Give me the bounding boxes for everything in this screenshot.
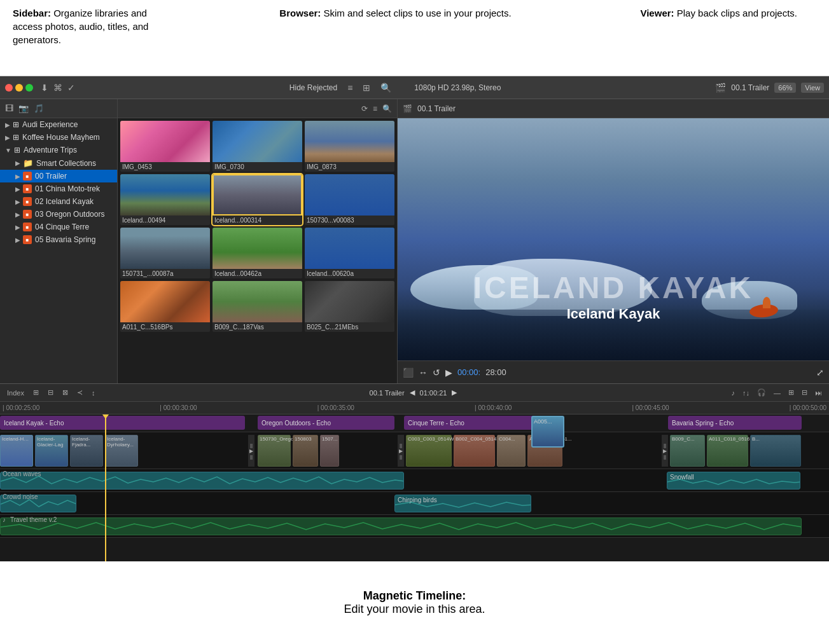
vc6-label: 150803: [293, 435, 317, 442]
check-icon[interactable]: ✓: [67, 83, 75, 93]
floating-clip[interactable]: A005...: [531, 416, 564, 448]
video-clip-4[interactable]: Iceland-Dyrholaey...: [105, 435, 138, 467]
go-end-btn[interactable]: ⏭: [813, 389, 824, 397]
ruler-mark-2: | 00:00:30:00: [160, 404, 197, 411]
clip-b025c[interactable]: B025_C...21MEbs: [305, 281, 394, 332]
travel-theme-label: Travel theme v.2: [10, 516, 57, 523]
clip-iceland-kayak-echo[interactable]: Iceland Kayak - Echo: [0, 416, 245, 430]
sidebar-item-oregon[interactable]: ▶ ■ 03 Oregon Outdoors: [0, 208, 117, 221]
sidebar-item-audi[interactable]: ▶ ⊞ Audi Experience: [0, 118, 117, 131]
clip-bavaria-echo[interactable]: Bavaria Spring - Echo: [668, 416, 802, 430]
fit-btn[interactable]: ⊟: [800, 388, 809, 397]
video-clip-14[interactable]: B...: [750, 435, 801, 467]
video-clip-3[interactable]: Iceland-Fjadra...: [70, 435, 103, 467]
video-clip-13[interactable]: A011_C018_0516...: [707, 435, 748, 467]
clip-87a[interactable]: 150731_...00087a: [120, 228, 210, 278]
libraries-icon[interactable]: 🎞: [5, 104, 13, 113]
clip-iceland620a[interactable]: Iceland...00620a: [305, 228, 394, 278]
sidebar-annotation-label: Sidebar:: [13, 8, 51, 18]
mark-in-btn[interactable]: ⬛: [403, 367, 414, 378]
clip-150730[interactable]: 150730...v00083: [305, 174, 394, 225]
maximize-button[interactable]: [25, 84, 33, 92]
clip-iceland494[interactable]: Iceland...00494: [120, 174, 210, 225]
clip-oregon-echo[interactable]: Oregon Outdoors - Echo: [258, 416, 394, 430]
sidebar-item-bavaria[interactable]: ▶ ■ 05 Bavaria Spring: [0, 233, 117, 246]
zoom-dropdown[interactable]: 66%: [774, 83, 796, 93]
filter-toggle[interactable]: ⟳: [361, 104, 368, 113]
clip-height-btn[interactable]: ⊟: [46, 388, 55, 397]
sidebar-item-iceland[interactable]: ▶ ■ 02 Iceland Kayak: [0, 195, 117, 208]
clip-img0453[interactable]: IMG_0453: [120, 121, 210, 172]
grid-view-icon[interactable]: ⊞: [363, 83, 370, 93]
library-icon-audi: ⊞: [13, 120, 19, 129]
timeline-annotation-desc: Edit your movie in this area.: [344, 603, 485, 615]
view-button[interactable]: View: [801, 83, 824, 93]
clip-a011c[interactable]: A011_C...516BPs: [120, 281, 210, 332]
key-icon[interactable]: ⌘: [53, 83, 62, 93]
video-clip-2[interactable]: Iceland-Glacier-Lag: [35, 435, 68, 467]
clip-chirping-birds[interactable]: Chirping birds: [394, 495, 531, 512]
import-icon[interactable]: ⬇: [41, 83, 48, 93]
clip-img0730[interactable]: IMG_0730: [212, 121, 302, 172]
search-icon[interactable]: 🔍: [380, 83, 391, 93]
vc13-label: A011_C018_0516...: [707, 435, 748, 442]
solo-btn[interactable]: ↑↓: [741, 389, 751, 397]
sidebar-item-00-trailer[interactable]: ▶ ■ 00 Trailer: [0, 170, 117, 182]
photos-icon[interactable]: 📷: [18, 104, 29, 113]
clip-img0873[interactable]: IMG_0873: [305, 121, 394, 172]
project-icon-oregon: ■: [23, 210, 32, 219]
video-clip-7[interactable]: 1507...: [320, 435, 339, 467]
hide-rejected-btn[interactable]: Hide Rejected: [289, 83, 337, 92]
minimize-button[interactable]: [15, 84, 23, 92]
layout-btn[interactable]: ≡: [373, 104, 377, 113]
timeline-content-area: | 00:00:25:00 | 00:00:30:00 | 00:00:35:0…: [0, 402, 829, 561]
fullscreen-btn[interactable]: ⤢: [816, 367, 824, 378]
project-icon-cinque: ■: [23, 223, 32, 231]
position-btn[interactable]: ↕: [90, 389, 97, 397]
video-clip-8[interactable]: C003_C003_0514WZacs: [406, 435, 452, 467]
timeline-toolbar: Index ⊞ ⊟ ⊠ ≺ ↕ 00.1 Trailer ◀ 01:00:21 …: [0, 384, 829, 402]
collapse-arrow-cinque: ▶: [15, 224, 20, 231]
track-separator-3: || ▶ ||: [662, 435, 668, 467]
sidebar-item-adventure[interactable]: ▼ ⊞ Adventure Trips: [0, 144, 117, 156]
audio-btn[interactable]: ↺: [433, 367, 440, 378]
clip-label-iceland494: Iceland...00494: [120, 216, 210, 225]
index-btn[interactable]: Index: [5, 389, 26, 397]
headphones-btn[interactable]: 🎧: [755, 388, 768, 397]
sidebar-item-koffee[interactable]: ▶ ⊞ Koffee House Mayhem: [0, 131, 117, 144]
clip-ocean-waves[interactable]: [0, 472, 404, 490]
video-clip-9[interactable]: B002_C004_0514T...: [454, 435, 495, 467]
clip-iceland462a[interactable]: Iceland...00462a: [212, 228, 302, 278]
video-clip-6[interactable]: 150803: [293, 435, 318, 467]
sidebar-item-cinque[interactable]: ▶ ■ 04 Cinque Terre: [0, 221, 117, 233]
clip-snowfall[interactable]: Snowfall: [667, 472, 800, 490]
skimmer-timeline-btn[interactable]: ≺: [75, 388, 85, 397]
clip-iceland314[interactable]: Iceland...000314: [212, 174, 302, 225]
clip-b009c[interactable]: B009_C...187Vas: [212, 281, 302, 332]
list-view-icon[interactable]: ≡: [347, 83, 352, 93]
clip-connections-btn[interactable]: ⊞: [786, 388, 796, 397]
video-clip-10[interactable]: C004...: [497, 435, 526, 467]
sidebar-item-china[interactable]: ▶ ■ 01 China Moto-trek: [0, 182, 117, 195]
sidebar-item-smart-collections[interactable]: ▶ 📁 Smart Collections: [0, 156, 117, 170]
clip-label-iceland620a: Iceland...00620a: [305, 269, 394, 278]
clip-travel-theme[interactable]: [0, 517, 802, 535]
video-clip-5[interactable]: 150730_Oregon_Sur...: [258, 435, 291, 467]
traffic-lights: [5, 84, 33, 92]
media-icon[interactable]: 🎵: [34, 104, 44, 113]
vc5-label: 150730_Oregon_Sur...: [258, 435, 290, 442]
zoom-timeline-btn[interactable]: ⊠: [60, 388, 70, 397]
search-btn[interactable]: 🔍: [382, 104, 392, 113]
clip-cinque-echo[interactable]: Cinque Terre - Echo: [404, 416, 541, 430]
audio-waveform-btn[interactable]: ♪: [730, 389, 737, 397]
play-btn[interactable]: ▶: [445, 367, 452, 378]
skimmer-btn[interactable]: ↔: [419, 367, 428, 378]
video-clip-12[interactable]: B009_C...: [670, 435, 705, 467]
close-button[interactable]: [5, 84, 13, 92]
vc3-label: Iceland-Fjadra...: [71, 435, 102, 448]
video-clip-1[interactable]: Iceland-Hofn-Bea...: [0, 435, 33, 467]
clip-appearance-btn[interactable]: ⊞: [31, 388, 41, 397]
track-separator-1: || ▶ ||: [248, 435, 254, 467]
vc1-label: Iceland-Hofn-Bea...: [1, 435, 32, 442]
mute-btn[interactable]: —: [772, 389, 783, 397]
